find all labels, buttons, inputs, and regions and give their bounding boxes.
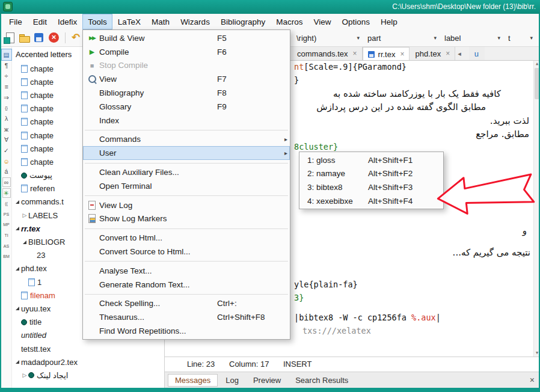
tab-close-icon[interactable]: × bbox=[353, 49, 357, 58]
menu-item[interactable]: Index bbox=[83, 114, 290, 127]
persian-text-line[interactable]: کافیه فقط یک بار با یوزرکامند ساخته شده … bbox=[333, 88, 501, 99]
relations-icon[interactable]: ≡ bbox=[2, 81, 11, 92]
tab-scroll-left-icon[interactable] bbox=[455, 47, 469, 60]
tree-expand-icon[interactable] bbox=[14, 227, 21, 230]
persian-text-line[interactable]: مطابق. مراجع bbox=[476, 129, 529, 139]
reference-combo[interactable]: label bbox=[441, 31, 505, 44]
menu-item[interactable]: Build & View F5 bbox=[83, 31, 290, 45]
tree-expand-icon[interactable] bbox=[14, 360, 21, 364]
menu-item[interactable]: Analyse Text... bbox=[83, 264, 290, 278]
beamer-panel-icon[interactable]: BM bbox=[2, 251, 11, 262]
tree-expand-icon[interactable] bbox=[21, 240, 28, 244]
editor-tab[interactable]: commands.tex × bbox=[292, 47, 363, 60]
menubar-item[interactable]: Bibliography bbox=[215, 14, 271, 29]
pstricks-panel-icon[interactable]: PS bbox=[2, 209, 11, 219]
persian-text-line[interactable]: نتیجه می گیریم که... bbox=[453, 247, 530, 258]
menu-item[interactable]: Show Log Markers bbox=[83, 212, 290, 226]
menubar-item[interactable]: File bbox=[4, 14, 28, 29]
bracket-combo[interactable]: \right) bbox=[293, 31, 364, 44]
menu-item[interactable]: Clean Auxiliary Files... bbox=[83, 165, 290, 179]
tree-expand-icon[interactable] bbox=[14, 200, 21, 204]
arrows-icon[interactable]: ⇒ bbox=[2, 92, 11, 103]
asterisk-panel-icon[interactable]: ✳ bbox=[2, 188, 11, 198]
menu-item[interactable]: Glossary F9 bbox=[83, 100, 290, 114]
undo-icon[interactable] bbox=[70, 32, 82, 44]
menubar-item[interactable]: Math bbox=[146, 14, 175, 29]
code-line[interactable]: 3} bbox=[294, 293, 304, 302]
submenu-item[interactable]: 1: gloss Alt+Shift+F1 bbox=[299, 153, 443, 167]
code-line[interactable]: } bbox=[294, 75, 299, 85]
menu-item[interactable]: Thesaurus... Ctrl+Shift+F8 bbox=[83, 310, 290, 324]
close-document-icon[interactable] bbox=[48, 32, 60, 44]
menu-item[interactable]: Convert to Html... bbox=[83, 231, 290, 245]
structure-tree-item[interactable]: tetstt.tex bbox=[13, 342, 164, 355]
brackets-panel-icon[interactable]: (( bbox=[2, 198, 11, 209]
bottom-panel-tab[interactable]: Messages bbox=[168, 374, 218, 387]
infinity-symbols-icon[interactable]: ∞ bbox=[2, 177, 11, 188]
editor-tab[interactable]: phd.tex × bbox=[410, 47, 455, 60]
tree-expand-icon[interactable] bbox=[21, 372, 28, 378]
submenu-item[interactable]: 3: bibtex8 Alt+Shift+F3 bbox=[299, 180, 443, 194]
bottom-panel-tab[interactable]: Log bbox=[219, 374, 245, 387]
menu-item[interactable]: Bibliography F8 bbox=[83, 86, 290, 100]
persian-text-line[interactable]: و bbox=[523, 225, 527, 236]
accented-letters-icon[interactable]: á bbox=[2, 167, 11, 177]
persian-text-line[interactable]: لذت ببرید. bbox=[490, 115, 529, 126]
bottom-panel-tab[interactable]: Search Results bbox=[289, 374, 355, 387]
menu-item[interactable]: User bbox=[83, 146, 290, 160]
smiley-panel-icon[interactable]: ☺ bbox=[2, 156, 11, 167]
greek-letters-icon[interactable]: λ bbox=[2, 113, 11, 124]
tree-expand-icon[interactable] bbox=[14, 267, 21, 271]
persian-text-line[interactable]: مطابق الگوی گفته شده در این درس پردازش bbox=[316, 102, 486, 112]
menu-item[interactable]: Check Spelling... Ctrl+: bbox=[83, 297, 290, 311]
menubar-item[interactable]: Idefix bbox=[52, 14, 82, 29]
structure-tree-item[interactable]: ایجاد لینک bbox=[13, 369, 164, 382]
delimiters-icon[interactable]: {} bbox=[2, 102, 11, 113]
titlebar[interactable]: C:\Users\shm\Desktop\New folder (13)\bib… bbox=[0, 0, 540, 14]
tab-close-icon[interactable]: × bbox=[446, 49, 450, 58]
menu-item[interactable]: Commands bbox=[83, 133, 290, 147]
tab-close-icon[interactable]: × bbox=[400, 50, 404, 58]
logic-symbols-icon[interactable]: ∀ bbox=[2, 135, 11, 145]
paragraph-panel-icon[interactable]: ¶ bbox=[2, 60, 11, 71]
structure-tree-item[interactable]: madadpour2.tex bbox=[13, 355, 164, 369]
code-line[interactable]: 8cluster} bbox=[294, 142, 338, 152]
editor-tab[interactable]: rr.tex × bbox=[363, 47, 410, 61]
menu-item[interactable]: View Log bbox=[83, 198, 290, 212]
menubar-item[interactable]: Help bbox=[375, 14, 403, 29]
menu-item[interactable]: Stop Compile bbox=[83, 59, 290, 73]
menu-item[interactable]: Find Word Repetitions... bbox=[83, 324, 290, 338]
code-line[interactable]: nt[Scale=.9]{PGaramond} bbox=[294, 62, 407, 72]
cyrillic-letters-icon[interactable]: ж bbox=[2, 124, 11, 135]
menubar-item[interactable]: View bbox=[308, 14, 336, 29]
tree-expand-icon[interactable] bbox=[14, 307, 21, 310]
asymptote-panel-icon[interactable]: AS bbox=[2, 240, 11, 251]
menubar-item[interactable]: Tools bbox=[82, 14, 112, 29]
structure-panel-icon[interactable]: ▤ bbox=[2, 49, 11, 60]
submenu-item[interactable]: 2: namaye Alt+Shift+F2 bbox=[299, 167, 443, 181]
menu-item[interactable]: Generate Random Text... bbox=[83, 278, 290, 292]
sectioning-combo[interactable]: part bbox=[364, 31, 441, 44]
cite-combo[interactable]: t bbox=[505, 31, 537, 44]
panel-close-icon[interactable]: × bbox=[530, 375, 535, 385]
menubar-item[interactable]: Edit bbox=[28, 14, 52, 29]
menu-item[interactable]: View F7 bbox=[83, 72, 290, 86]
open-folder-icon[interactable] bbox=[18, 32, 30, 44]
editor-tab[interactable]: u bbox=[469, 47, 485, 60]
math-operators-icon[interactable]: ÷ bbox=[2, 70, 11, 81]
submenu-item[interactable]: 4: xexebibxe Alt+Shift+F4 bbox=[299, 194, 443, 208]
code-line[interactable]: yle{plain-fa} bbox=[294, 280, 358, 289]
menubar-item[interactable]: LaTeX bbox=[112, 14, 146, 29]
bottom-panel-tab[interactable]: Preview bbox=[247, 374, 287, 387]
code-line[interactable]: |bibtex8 -W -c cp1256fa %.aux| bbox=[294, 313, 441, 322]
menubar-item[interactable]: Macros bbox=[271, 14, 308, 29]
menu-item[interactable]: Compile F6 bbox=[83, 45, 290, 59]
menu-item[interactable]: Convert Source to Html... bbox=[83, 245, 290, 259]
tree-expand-icon[interactable] bbox=[21, 212, 28, 218]
code-line[interactable]: txs:///xelatex bbox=[302, 326, 371, 335]
menubar-item[interactable]: Options bbox=[336, 14, 375, 29]
tikz-panel-icon[interactable]: TI bbox=[2, 230, 11, 241]
metapost-panel-icon[interactable]: MP bbox=[2, 219, 11, 230]
save-file-icon[interactable] bbox=[33, 32, 45, 44]
menu-item[interactable]: Open Terminal bbox=[83, 179, 290, 193]
